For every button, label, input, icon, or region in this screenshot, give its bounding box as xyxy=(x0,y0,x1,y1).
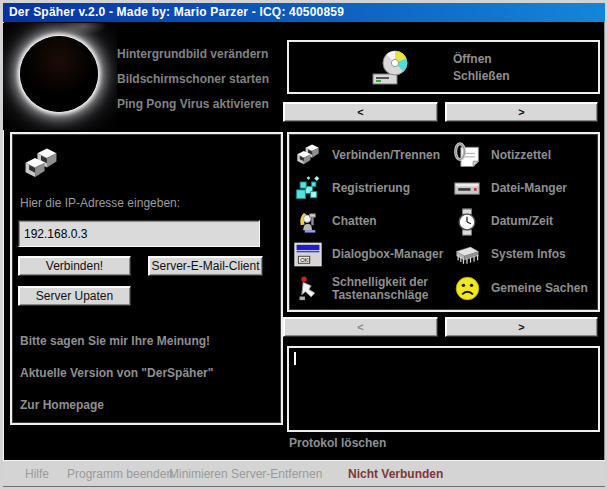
computers-icon xyxy=(20,146,62,184)
link-feedback[interactable]: Bitte sagen Sie mir Ihre Meinung! xyxy=(20,334,210,348)
ip-address-input[interactable] xyxy=(18,220,260,247)
feature-label: Dialogbox-Manager xyxy=(332,248,443,261)
feature-label: Registrierung xyxy=(332,182,410,195)
server-email-client-button[interactable]: Server-E-Mail-Client xyxy=(148,256,263,276)
link-change-wallpaper[interactable]: Hintergrundbild verändern xyxy=(117,47,268,61)
cd-prev-button[interactable]: < xyxy=(283,102,438,122)
statusbar-hilfe[interactable]: Hilfe xyxy=(25,467,49,481)
registry-cubes-icon xyxy=(293,174,323,204)
cd-close-label[interactable]: Schließen xyxy=(453,68,510,85)
eclipse-flare xyxy=(61,23,107,35)
statusbar-minimieren[interactable]: Minimieren xyxy=(169,467,228,481)
chip-icon xyxy=(452,240,482,270)
log-prev-button[interactable]: < xyxy=(283,317,438,337)
link-activate-pingpong-virus[interactable]: Ping Pong Virus aktivieren xyxy=(117,97,269,111)
window-title: Der Späher v.2.0 - Made by: Mario Parzer… xyxy=(9,5,344,19)
connect-button[interactable]: Verbinden! xyxy=(18,256,131,276)
protocol-log-box[interactable] xyxy=(287,346,600,432)
feature-label: Gemeine Sachen xyxy=(491,282,588,295)
computers-icon xyxy=(293,141,323,171)
link-start-screensaver[interactable]: Bildschirmschoner starten xyxy=(117,72,269,86)
text-caret xyxy=(294,352,296,365)
feature-panel: Verbinden/Trennen Notizzettel xyxy=(287,132,600,312)
chat-person-icon xyxy=(293,207,323,237)
feature-registrierung[interactable]: Registrierung xyxy=(293,172,448,205)
feature-label: Schnelligkeit der Tastenanschläge xyxy=(332,276,444,302)
feature-label: Verbinden/Trennen xyxy=(332,149,440,162)
link-homepage[interactable]: Zur Homepage xyxy=(20,398,104,412)
dialog-window-icon: OK! xyxy=(293,240,323,270)
feature-dialogbox-manager[interactable]: OK! Dialogbox-Manager xyxy=(293,238,448,271)
feature-notizzettel[interactable]: Notizzettel xyxy=(452,139,598,172)
feature-datei-manager[interactable]: Datei-Manger xyxy=(452,172,598,205)
clear-protocol-button[interactable]: Protokol löschen xyxy=(289,436,386,450)
feature-datum-zeit[interactable]: Datum/Zeit xyxy=(452,205,598,238)
cd-open-label[interactable]: Öffnen xyxy=(453,51,510,68)
feature-label: System Infos xyxy=(491,248,566,261)
svg-text:OK!: OK! xyxy=(300,257,310,263)
cd-group-box: Öffnen Schließen xyxy=(287,40,600,94)
hand-icon xyxy=(293,274,323,304)
cd-next-button[interactable]: > xyxy=(445,102,598,122)
statusbar-server-entfernen[interactable]: Server-Entfernen xyxy=(231,467,322,481)
eclipse-photo xyxy=(3,23,117,130)
sad-face-icon xyxy=(452,274,482,304)
feature-chatten[interactable]: Chatten xyxy=(293,205,448,238)
feature-system-infos[interactable]: System Infos xyxy=(452,238,598,271)
wristwatch-icon xyxy=(452,207,482,237)
connection-status: Nicht Verbunden xyxy=(348,467,443,481)
ip-address-label: Hier die IP-Adresse eingeben: xyxy=(20,196,180,210)
cd-drive-icon[interactable] xyxy=(371,49,411,87)
connection-panel: Hier die IP-Adresse eingeben: Verbinden!… xyxy=(10,132,283,425)
log-next-button[interactable]: > xyxy=(445,317,598,337)
link-current-version[interactable]: Aktuelle Version von "DerSpäher" xyxy=(20,366,213,380)
feature-verbinden-trennen[interactable]: Verbinden/Trennen xyxy=(293,139,448,172)
feature-label: Datei-Manger xyxy=(491,182,567,195)
statusbar: Hilfe Programm beenden Minimieren Server… xyxy=(3,460,605,487)
statusbar-programm-beenden[interactable]: Programm beenden xyxy=(67,467,173,481)
app-window: Der Späher v.2.0 - Made by: Mario Parzer… xyxy=(0,0,608,490)
feature-label: Datum/Zeit xyxy=(491,215,553,228)
feature-gemeine-sachen[interactable]: Gemeine Sachen xyxy=(452,272,598,305)
feature-label: Notizzettel xyxy=(491,149,551,162)
drive-icon xyxy=(452,174,482,204)
feature-label: Chatten xyxy=(332,215,377,228)
server-update-button[interactable]: Server Upaten xyxy=(18,286,131,306)
feature-tastenanschlaege[interactable]: Schnelligkeit der Tastenanschläge xyxy=(293,272,448,305)
notepad-icon xyxy=(452,141,482,171)
titlebar[interactable]: Der Späher v.2.0 - Made by: Mario Parzer… xyxy=(3,3,605,22)
eclipse-corona xyxy=(20,36,98,112)
